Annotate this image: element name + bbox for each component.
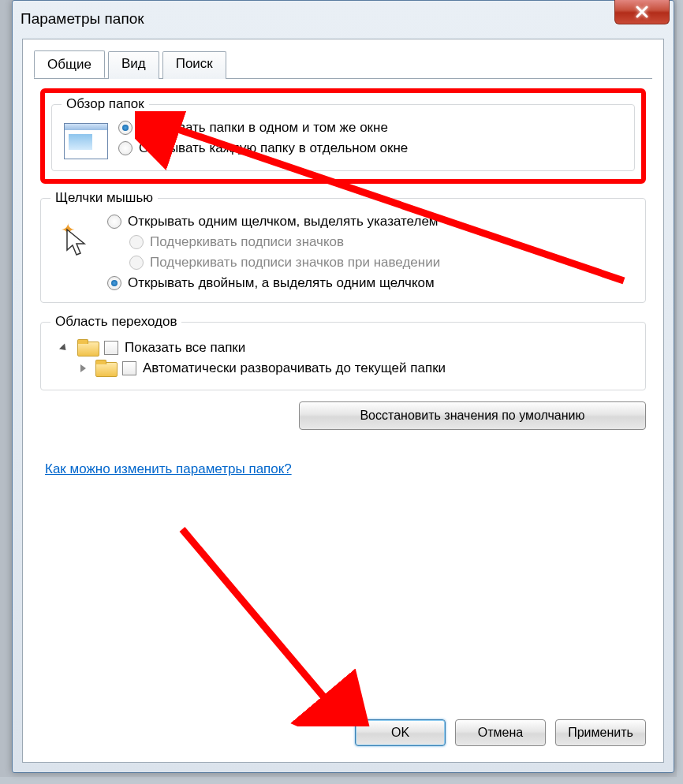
click-icon: ✦ [50, 214, 99, 258]
tree-item-auto-expand[interactable]: Автоматически разворачивать до текущей п… [58, 358, 636, 379]
radio-double-click[interactable]: Открывать двойным, а выделять одним щелч… [107, 275, 636, 291]
group-navigation-pane: Область переходов Показать все папки Авт… [40, 314, 646, 390]
group-click-behavior: Щелчки мышью ✦ Открывать одни [40, 190, 646, 303]
client-area: Общие Вид Поиск Обзор папок [22, 39, 664, 763]
tab-general[interactable]: Общие [34, 50, 105, 78]
help-link[interactable]: Как можно изменить параметры папок? [45, 461, 292, 477]
radio-new-window[interactable]: Открывать каждую папку в отдельном окне [118, 140, 625, 156]
tabstrip: Общие Вид Поиск [23, 39, 663, 78]
radio-same-window-label: Открывать папки в одном и том же окне [139, 120, 388, 136]
radio-icon [129, 256, 144, 270]
radio-icon [107, 276, 121, 290]
group-click-legend: Щелчки мышью [50, 190, 158, 206]
annotation-highlight-box: Обзор папок Открывать папки в одном и то… [40, 88, 646, 184]
checkbox-auto-expand[interactable] [122, 361, 136, 375]
tab-search[interactable]: Поиск [162, 51, 226, 79]
checkbox-show-all[interactable] [104, 341, 118, 355]
radio-single-click[interactable]: Открывать одним щелчком, выделять указат… [107, 214, 636, 230]
restore-defaults-button[interactable]: Восстановить значения по умолчанию [299, 401, 646, 430]
close-button[interactable] [614, 0, 670, 24]
group-nav-legend: Область переходов [50, 314, 181, 330]
radio-underline-always: Подчеркивать подписи значков [107, 234, 636, 250]
radio-icon [107, 215, 121, 229]
group-browse-legend: Обзор папок [62, 96, 149, 112]
tab-view[interactable]: Вид [108, 51, 159, 79]
window-preview-icon [64, 123, 108, 159]
tree-item-auto-expand-label: Автоматически разворачивать до текущей п… [143, 360, 446, 376]
cancel-button[interactable]: Отмена [455, 719, 546, 746]
tree-item-show-all[interactable]: Показать все папки [58, 338, 636, 358]
titlebar[interactable]: Параметры папок [13, 1, 674, 36]
folder-icon [77, 339, 98, 357]
folder-options-dialog: Параметры папок Общие Вид Поиск Обзор па… [12, 0, 674, 773]
radio-double-click-label: Открывать двойным, а выделять одним щелч… [128, 275, 435, 291]
radio-underline-always-label: Подчеркивать подписи значков [150, 234, 344, 250]
browse-icon [62, 120, 110, 159]
tab-content-general: Обзор папок Открывать папки в одном и то… [23, 79, 663, 488]
group-browse-folders: Обзор папок Открывать папки в одном и то… [51, 96, 635, 171]
radio-underline-hover-label: Подчеркивать подписи значков при наведен… [150, 255, 440, 271]
cursor-arrow-icon [65, 228, 89, 258]
ok-button[interactable]: OK [355, 719, 446, 746]
radio-icon [129, 235, 144, 249]
radio-same-window[interactable]: Открывать папки в одном и том же окне [118, 120, 625, 136]
tree-expand-icon[interactable] [59, 343, 69, 353]
folder-icon [95, 360, 116, 377]
apply-button[interactable]: Применить [555, 719, 646, 746]
radio-icon [118, 141, 132, 155]
tree-expand-icon[interactable] [80, 364, 86, 372]
window-title: Параметры папок [21, 10, 144, 28]
radio-underline-hover: Подчеркивать подписи значков при наведен… [107, 255, 636, 271]
radio-icon [118, 121, 132, 135]
radio-single-click-label: Открывать одним щелчком, выделять указат… [128, 214, 439, 230]
close-icon [635, 6, 649, 18]
tree-item-show-all-label: Показать все папки [125, 340, 245, 356]
dialog-buttons: OK Отмена Применить [355, 719, 646, 746]
radio-new-window-label: Открывать каждую папку в отдельном окне [139, 140, 408, 156]
